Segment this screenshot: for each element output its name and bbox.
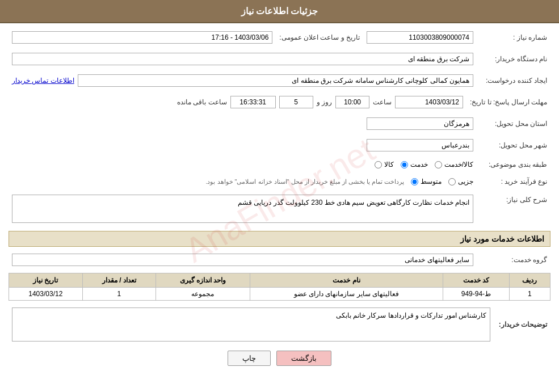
category-label: طبقه بندی موضوعی: xyxy=(477,158,550,171)
deadline-days-label: روز و xyxy=(317,98,332,106)
col-header-date: تاریخ نیاز xyxy=(9,273,83,288)
purchase-type-label: نوع فرآیند خرید : xyxy=(477,175,550,188)
cell-unit: مجموعه xyxy=(156,288,250,301)
announce-date-label: تاریخ و ساعت اعلان عمومی: xyxy=(276,29,363,46)
general-desc-box: انجام خدمات نظارت کارگاهی تعویض سیم هادی… xyxy=(12,195,473,223)
city-label: شهر محل تحویل: xyxy=(477,137,550,154)
table-row: 1 ط-94-949 فعالیتهای سایر سازمانهای دارا… xyxy=(9,288,550,301)
service-table: ردیف کد خدمت نام خدمت واحد اندازه گیری ت… xyxy=(9,273,550,301)
announce-date-input[interactable] xyxy=(12,31,272,44)
category-kala-khadamat[interactable]: کالا/خدمت xyxy=(435,161,473,168)
service-group-input[interactable] xyxy=(12,254,473,266)
general-desc-label: شرح کلی نیاز: xyxy=(477,192,550,225)
contact-link[interactable]: اطلاعات تماس خریدار xyxy=(12,77,74,85)
cell-date: 1403/03/12 xyxy=(9,288,83,301)
category-khadamat[interactable]: خدمت xyxy=(401,161,428,168)
province-input[interactable] xyxy=(367,117,473,130)
purchase-motavasset[interactable]: متوسط xyxy=(411,178,442,186)
category-kala-label: کالا xyxy=(384,161,394,168)
category-kala[interactable]: کالا xyxy=(375,161,394,168)
deadline-time-input[interactable] xyxy=(335,96,369,108)
action-buttons: بازگشت چاپ xyxy=(9,351,550,366)
category-radio-group: کالا/خدمت خدمت کالا xyxy=(12,161,473,168)
cell-row: 1 xyxy=(509,288,550,301)
col-header-name: نام خدمت xyxy=(250,273,443,288)
cell-quantity: 1 xyxy=(82,288,155,301)
purchase-note: پرداخت تمام یا بخشی از مبلغ خریدار از مح… xyxy=(205,178,404,186)
col-header-unit: واحد اندازه گیری xyxy=(156,273,250,288)
col-header-row: ردیف xyxy=(509,273,550,288)
province-label: استان محل تحویل: xyxy=(477,115,550,132)
col-header-code: کد خدمت xyxy=(443,273,510,288)
deadline-date-input[interactable] xyxy=(395,96,463,108)
service-info-header: اطلاعات خدمات مورد نیاز xyxy=(9,231,550,247)
purchase-jozii-label: جزیی xyxy=(458,178,473,186)
category-kala-khadamat-label: کالا/خدمت xyxy=(444,161,473,168)
deadline-remaining-label: ساعت باقی مانده xyxy=(177,98,227,106)
col-header-quantity: تعداد / مقدار xyxy=(82,273,155,288)
response-deadline-label: مهلت ارسال پاسخ: تا تاریخ: xyxy=(466,94,550,111)
page-title: جزئیات اطلاعات نیاز xyxy=(0,0,559,23)
buyer-desc-label: توضیحات خریدار: xyxy=(494,305,550,344)
city-input[interactable] xyxy=(367,139,473,151)
deadline-days-input[interactable] xyxy=(279,96,313,108)
cell-name: فعالیتهای سایر سازمانهای دارای عضو xyxy=(250,288,443,301)
purchase-jozii[interactable]: جزیی xyxy=(448,178,473,186)
deadline-remaining-input[interactable] xyxy=(230,96,276,108)
creator-input[interactable] xyxy=(78,74,473,87)
deadline-time-label: ساعت xyxy=(373,98,392,106)
purchase-motavasset-label: متوسط xyxy=(421,178,442,186)
back-button[interactable]: بازگشت xyxy=(276,351,331,366)
print-button[interactable]: چاپ xyxy=(228,351,271,366)
buyer-desc-box: کارشناس امور تدارکات و قراردادها سرکار خ… xyxy=(12,307,490,342)
cell-code: ط-94-949 xyxy=(443,288,510,301)
service-group-label: گروه خدمت: xyxy=(477,251,550,268)
department-label: نام دستگاه خریدار: xyxy=(477,50,550,68)
category-khadamat-label: خدمت xyxy=(410,161,428,168)
need-number-input[interactable] xyxy=(367,31,473,44)
need-number-label: شماره نیاز : xyxy=(477,29,550,46)
department-input[interactable] xyxy=(12,53,473,65)
creator-label: ایجاد کننده درخواست: xyxy=(477,72,550,89)
